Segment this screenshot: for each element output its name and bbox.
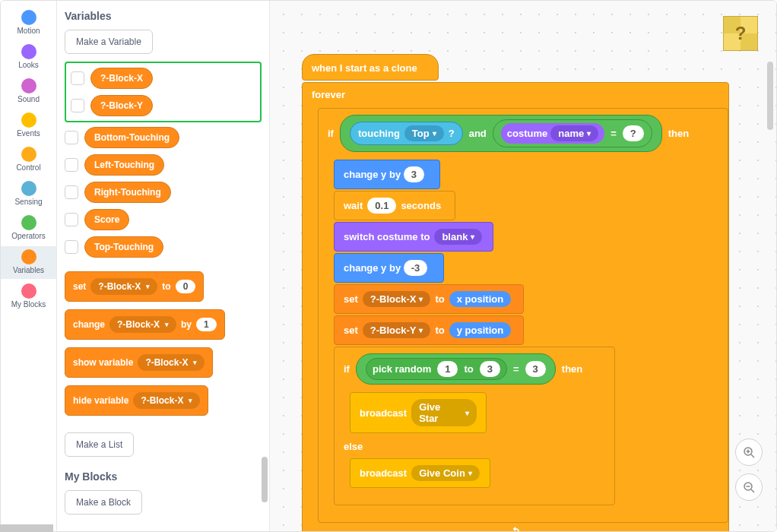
var-pill-right[interactable]: Right-Touching (84, 182, 171, 203)
pick-to-label: to (464, 363, 473, 375)
svg-line-5 (751, 489, 754, 492)
cat-control[interactable]: Control (1, 144, 56, 176)
make-variable-button[interactable]: Make a Variable (65, 30, 153, 54)
highlighted-vars: ?-Block-X ?-Block-Y (65, 62, 262, 122)
workspace[interactable]: ? when I start as a clone forever if tou… (270, 1, 776, 531)
make-list-button[interactable]: Make a List (65, 432, 134, 457)
costume-reporter[interactable]: costume name (501, 123, 604, 144)
make-block-button[interactable]: Make a Block (65, 490, 142, 515)
zoom-in-button[interactable] (735, 439, 763, 466)
var-row-bottom: Bottom-Touching (65, 127, 262, 148)
broadcast-star[interactable]: broadcast Give Star (350, 392, 487, 433)
changey1-value[interactable]: 3 (404, 166, 424, 182)
checkbox-right[interactable] (65, 185, 78, 199)
change-y-block-2[interactable]: change y by -3 (334, 253, 444, 283)
bc1-msg-drop[interactable]: Give Star (411, 399, 477, 426)
wait-value[interactable]: 0.1 (367, 198, 396, 214)
eq1-right[interactable]: ? (623, 125, 644, 141)
cat-motion[interactable]: Motion (1, 7, 56, 40)
bc2-msg-drop[interactable]: Give Coin (411, 465, 480, 481)
checkbox-block-y[interactable] (71, 99, 84, 112)
pick-from[interactable]: 1 (437, 361, 458, 377)
set-label: set (73, 281, 86, 292)
show-var-drop[interactable]: ?-Block-X (138, 354, 205, 371)
zoom-out-button[interactable] (735, 473, 763, 501)
cat-control-label: Control (16, 163, 40, 172)
switch-label: switch costume to (344, 231, 430, 242)
set-block-x[interactable]: set ?-Block-X to x position (334, 284, 524, 314)
var-row-block-y: ?-Block-Y (71, 95, 255, 116)
set-var-drop[interactable]: ?-Block-X (90, 278, 157, 295)
and-operator[interactable]: touching Top ? and costume name (340, 115, 662, 152)
checkbox-bottom[interactable] (65, 131, 78, 144)
sety-var-drop[interactable]: ?-Block-Y (363, 322, 431, 338)
checkbox-score[interactable] (65, 213, 78, 226)
cat-looks[interactable]: Looks (1, 41, 56, 74)
zoom-controls (735, 439, 763, 501)
show-label: show variable (73, 357, 133, 368)
cat-sensing[interactable]: Sensing (1, 178, 56, 211)
var-pill-score[interactable]: Score (84, 209, 129, 230)
hat-block[interactable]: when I start as a clone (302, 54, 439, 81)
var-pill-block-y[interactable]: ?-Block-Y (90, 95, 153, 116)
wait-block[interactable]: wait 0.1 seconds (334, 191, 455, 220)
change-value-input[interactable]: 1 (196, 318, 217, 331)
palette-block-show[interactable]: show variable ?-Block-X (65, 347, 213, 378)
sprite-thumbnail[interactable]: ? (723, 16, 758, 51)
switch-costume-drop[interactable]: blank (434, 229, 482, 245)
switch-costume-block[interactable]: switch costume to blank (334, 222, 493, 252)
cat-operators[interactable]: Operators (1, 212, 56, 245)
set-value-input[interactable]: 0 (176, 280, 196, 293)
broadcast-coin[interactable]: broadcast Give Coin (350, 458, 490, 488)
var-pill-top[interactable]: Top-Touching (84, 236, 163, 258)
palette-block-change[interactable]: change ?-Block-X by 1 (65, 309, 225, 340)
palette-heading: Variables (65, 10, 262, 22)
cat-variables[interactable]: Variables (1, 246, 56, 279)
cat-myblocks[interactable]: My Blocks (1, 280, 56, 313)
costume-arg-drop[interactable]: name (550, 125, 598, 141)
forever-block[interactable]: forever if touching Top ? and (302, 82, 729, 531)
pick-random[interactable]: pick random 1 to 3 (366, 358, 507, 380)
cat-events[interactable]: Events (1, 109, 56, 142)
if1-then-label: then (668, 128, 689, 139)
checkbox-block-x[interactable] (71, 71, 84, 85)
script-stack[interactable]: when I start as a clone forever if touch… (302, 54, 729, 531)
bottom-scrollbar[interactable] (0, 524, 53, 532)
var-pill-block-x[interactable]: ?-Block-X (90, 68, 153, 89)
eq-operator-2[interactable]: pick random 1 to 3 = 3 (356, 353, 556, 385)
checkbox-top[interactable] (65, 240, 78, 254)
set-block-y[interactable]: set ?-Block-Y to y position (334, 315, 524, 345)
setx-reporter[interactable]: x position (449, 291, 511, 307)
if2-then-label: then (562, 363, 582, 375)
palette-block-set[interactable]: set ?-Block-X to 0 (65, 271, 204, 302)
touching-reporter[interactable]: touching Top ? (350, 122, 463, 145)
workspace-scrollbar[interactable] (767, 62, 773, 130)
changey2-value[interactable]: -3 (404, 260, 428, 276)
palette-scrollbar[interactable] (262, 457, 268, 502)
var-row-score: Score (65, 209, 262, 230)
pick-to[interactable]: 3 (480, 361, 500, 377)
forever-label: forever (312, 89, 345, 100)
hat-label: when I start as a clone (312, 62, 417, 74)
var-pill-bottom[interactable]: Bottom-Touching (84, 127, 179, 148)
checkbox-left[interactable] (65, 158, 78, 172)
if-else-block[interactable]: if pick random 1 to 3 = (334, 347, 615, 505)
hide-var-drop[interactable]: ?-Block-X (133, 392, 200, 409)
setx-to: to (435, 293, 444, 305)
cat-events-label: Events (17, 129, 40, 138)
change-var-drop[interactable]: ?-Block-X (109, 316, 176, 333)
cat-sound[interactable]: Sound (1, 75, 56, 108)
change-y-block-1[interactable]: change y by 3 (334, 160, 440, 189)
zoom-in-icon (743, 446, 755, 458)
var-pill-left[interactable]: Left-Touching (84, 154, 164, 176)
setx-set: set (344, 293, 358, 305)
sety-reporter[interactable]: y position (449, 322, 511, 338)
hide-label: hide variable (73, 395, 128, 406)
palette-block-hide[interactable]: hide variable ?-Block-X (65, 385, 208, 416)
setx-var-drop[interactable]: ?-Block-X (363, 291, 431, 307)
block-palette[interactable]: Variables Make a Variable ?-Block-X ?-Bl… (57, 1, 270, 531)
if-block-1[interactable]: if touching Top ? and cos (318, 108, 728, 523)
touching-arg-drop[interactable]: Top (404, 125, 444, 141)
eq2-right[interactable]: 3 (525, 361, 546, 377)
eq-operator-1[interactable]: costume name = ? (493, 119, 652, 147)
